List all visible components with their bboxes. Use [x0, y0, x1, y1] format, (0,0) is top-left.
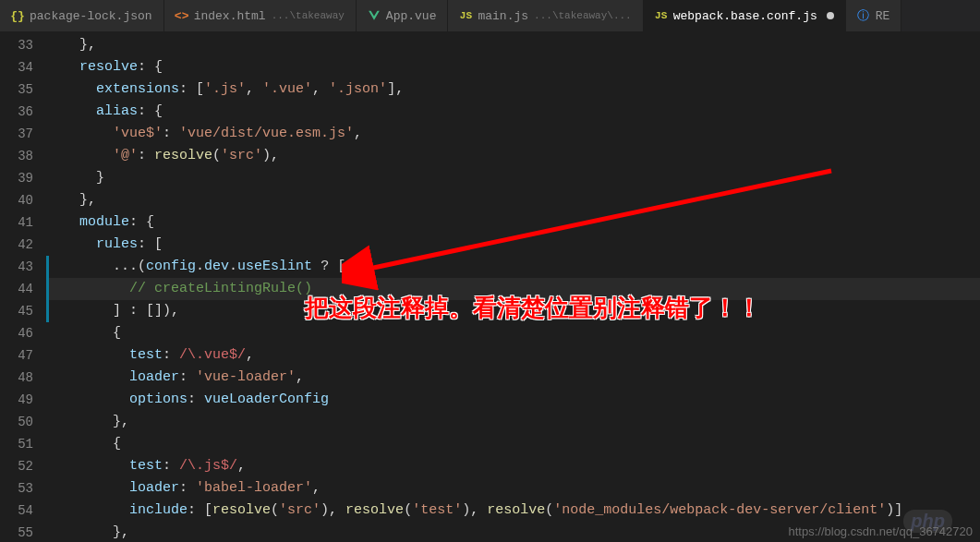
modified-indicator: [46, 278, 49, 300]
line-number: 48: [0, 367, 33, 389]
js-icon: JS: [655, 9, 668, 22]
code-line[interactable]: loader: 'vue-loader',: [46, 367, 980, 389]
line-number: 55: [0, 522, 33, 542]
line-number: 39: [0, 167, 33, 189]
tab-package-lock-json[interactable]: {}package-lock.json: [0, 0, 164, 31]
line-number: 42: [0, 234, 33, 256]
line-number: 43: [0, 256, 33, 278]
vue-icon: [368, 9, 381, 22]
code-line[interactable]: },: [46, 34, 980, 56]
line-number: 46: [0, 322, 33, 344]
tab-re[interactable]: ⓘRE: [846, 0, 902, 31]
code-icon: <>: [175, 9, 188, 22]
code-line[interactable]: },: [46, 411, 980, 433]
code-line[interactable]: loader: 'babel-loader',: [46, 477, 980, 500]
code-area[interactable]: }, resolve: { extensions: ['.js', '.vue'…: [46, 32, 980, 542]
code-line[interactable]: rules: [: [46, 234, 980, 256]
js-icon: JS: [459, 9, 472, 22]
line-number: 44: [0, 278, 33, 300]
line-number: 45: [0, 300, 33, 322]
code-line[interactable]: test: /\.js$/,: [46, 455, 980, 477]
code-line[interactable]: ...(config.dev.useEslint ? [: [46, 256, 980, 278]
line-number: 40: [0, 189, 33, 211]
tab-index-html[interactable]: <>index.html...\takeaway: [164, 0, 357, 31]
code-line[interactable]: '@': resolve('src'),: [46, 145, 980, 167]
code-line[interactable]: resolve: {: [46, 56, 980, 78]
modified-indicator: [46, 300, 49, 322]
tab-label: App.vue: [386, 9, 437, 23]
line-number: 37: [0, 123, 33, 145]
line-number: 49: [0, 389, 33, 411]
code-line[interactable]: // createLintingRule(): [46, 278, 980, 300]
code-line[interactable]: alias: {: [46, 101, 980, 123]
code-line[interactable]: module: {: [46, 211, 980, 234]
modified-indicator: [46, 256, 49, 278]
line-number: 52: [0, 455, 33, 477]
tab-sublabel: ...\takeaway\...: [534, 10, 632, 21]
csdn-watermark: https://blog.csdn.net/qq_36742720: [789, 524, 974, 538]
tab-sublabel: ...\takeaway: [272, 10, 345, 21]
code-line[interactable]: extensions: ['.js', '.vue', '.json'],: [46, 78, 980, 101]
line-number: 38: [0, 145, 33, 167]
tab-label: webpack.base.conf.js: [673, 9, 817, 23]
braces-icon: {}: [11, 9, 24, 22]
tab-label: index.html: [194, 9, 266, 23]
code-line[interactable]: options: vueLoaderConfig: [46, 389, 980, 411]
code-editor[interactable]: 3334353637383940414243444546474849505152…: [0, 32, 980, 542]
line-number: 51: [0, 433, 33, 455]
code-line[interactable]: 'vue$': 'vue/dist/vue.esm.js',: [46, 123, 980, 145]
editor-tabs: {}package-lock.json<>index.html...\takea…: [0, 0, 980, 32]
code-line[interactable]: include: [resolve('src'), resolve('test'…: [46, 500, 980, 522]
line-number: 33: [0, 34, 33, 56]
line-number: 41: [0, 211, 33, 234]
line-number: 36: [0, 101, 33, 123]
line-number: 50: [0, 411, 33, 433]
line-number: 54: [0, 500, 33, 522]
info-icon: ⓘ: [857, 9, 870, 22]
line-number-gutter: 3334353637383940414243444546474849505152…: [0, 32, 46, 542]
code-line[interactable]: ] : []),: [46, 300, 980, 322]
tab-app-vue[interactable]: App.vue: [357, 0, 449, 31]
line-number: 35: [0, 78, 33, 101]
line-number: 34: [0, 56, 33, 78]
line-number: 53: [0, 477, 33, 500]
code-line[interactable]: },: [46, 189, 980, 211]
tab-label: RE: [876, 9, 890, 23]
tab-webpack-base-conf-js[interactable]: JSwebpack.base.conf.js: [644, 0, 846, 31]
tab-main-js[interactable]: JSmain.js...\takeaway\...: [448, 0, 643, 31]
tab-label: package-lock.json: [30, 9, 152, 23]
code-line[interactable]: }: [46, 167, 980, 189]
line-number: 47: [0, 344, 33, 367]
code-line[interactable]: {: [46, 322, 980, 344]
code-line[interactable]: test: /\.vue$/,: [46, 344, 980, 367]
code-line[interactable]: {: [46, 433, 980, 455]
tab-label: main.js: [478, 9, 528, 23]
dirty-indicator-icon: [827, 12, 834, 19]
